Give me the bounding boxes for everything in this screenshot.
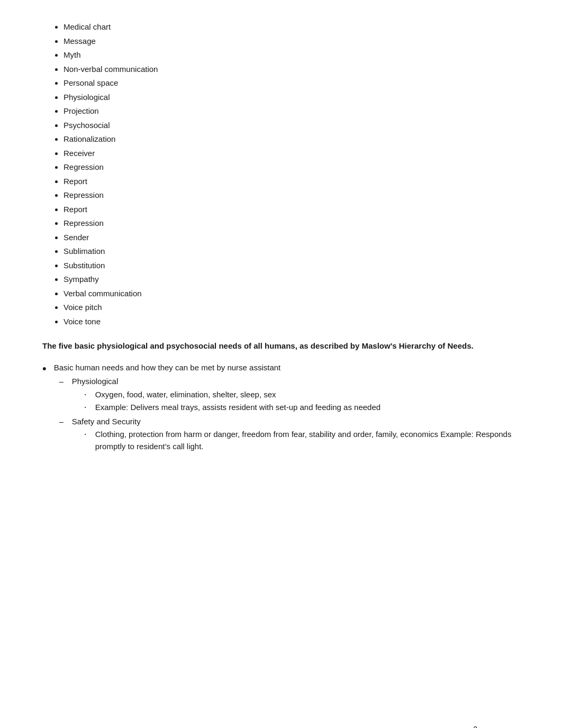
sub-dash: – (59, 416, 66, 428)
sub-sub-text: Oxygen, food, water, elimination, shelte… (95, 389, 276, 401)
bullet-item: Regression (64, 161, 520, 174)
bullet-item: Report (64, 204, 520, 216)
sub-sub-list-item: •Clothing, protection from harm or dange… (85, 429, 520, 452)
main-bullet-label: Basic human needs and how they can be me… (54, 363, 281, 372)
sub-sub-text: Example: Delivers meal trays, assists re… (95, 402, 380, 414)
bullet-item: Receiver (64, 148, 520, 160)
bullet-item: Myth (64, 49, 520, 61)
bullet-item: Substitution (64, 260, 520, 272)
bullet-item: Message (64, 35, 520, 48)
sub-sub-list-item: •Oxygen, food, water, elimination, shelt… (85, 389, 380, 401)
bullet-item: Medical chart (64, 21, 520, 33)
bullet-item: Report (64, 176, 520, 188)
main-bullet-section: • Basic human needs and how they can be … (42, 362, 520, 455)
bullet-item: Non-verbal communication (64, 63, 520, 76)
sub-list-item: –Safety and Security•Clothing, protectio… (59, 416, 520, 454)
bullet-item: Projection (64, 105, 520, 117)
sub-sub-list-item: •Example: Delivers meal trays, assists r… (85, 402, 380, 414)
sub-sub-dot: • (85, 392, 90, 398)
sub-dash: – (59, 376, 66, 388)
bullet-item: Psychosocial (64, 120, 520, 132)
bullet-item: Repression (64, 217, 520, 230)
sub-list: –Physiological•Oxygen, food, water, elim… (59, 376, 520, 453)
sub-item-content: Safety and Security•Clothing, protection… (72, 416, 520, 454)
section-heading: The five basic physiological and psychos… (42, 340, 520, 352)
bullet-item: Rationalization (64, 133, 520, 145)
sub-sub-list: •Clothing, protection from harm or dange… (85, 429, 520, 452)
bullet-item: Physiological (64, 92, 520, 104)
sub-item-label: Physiological (72, 377, 119, 386)
bullet-item: Verbal communication (64, 288, 520, 300)
sub-item-content: Physiological•Oxygen, food, water, elimi… (72, 376, 380, 415)
bullet-item: Personal space (64, 77, 520, 89)
main-bullet-list: Medical chartMessageMythNon-verbal commu… (64, 21, 520, 327)
bullet-item: Repression (64, 189, 520, 202)
sub-list-item: –Physiological•Oxygen, food, water, elim… (59, 376, 520, 415)
bullet-item: Sublimation (64, 245, 520, 258)
bullet-item: Sympathy (64, 274, 520, 286)
sub-sub-text: Clothing, protection from harm or danger… (95, 429, 520, 452)
sub-sub-list: •Oxygen, food, water, elimination, shelt… (85, 389, 380, 414)
bullet-item: Voice tone (64, 316, 520, 328)
main-bullet-dot: • (42, 360, 47, 377)
page-number: 2 (473, 725, 477, 728)
main-bullet-content: Basic human needs and how they can be me… (54, 362, 520, 455)
page-wrapper: Medical chartMessageMythNon-verbal commu… (42, 21, 520, 728)
sub-sub-dot: • (85, 431, 90, 438)
bullet-item: Voice pitch (64, 302, 520, 314)
sub-sub-dot: • (85, 404, 90, 411)
sub-item-label: Safety and Security (72, 417, 141, 426)
main-bullet-item: • Basic human needs and how they can be … (42, 362, 520, 455)
bullet-item: Sender (64, 232, 520, 244)
